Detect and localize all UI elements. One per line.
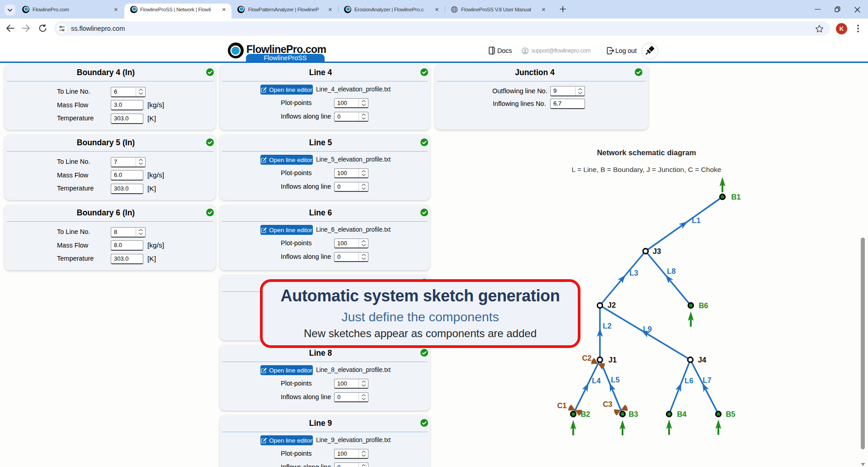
svg-text:L3: L3 bbox=[629, 269, 638, 277]
svg-text:C3: C3 bbox=[603, 400, 612, 408]
svg-text:J2: J2 bbox=[608, 301, 616, 309]
svg-text:B1: B1 bbox=[731, 193, 741, 201]
svg-text:L8: L8 bbox=[667, 267, 675, 275]
svg-text:C1: C1 bbox=[557, 401, 566, 410]
svg-text:B2: B2 bbox=[580, 410, 590, 418]
svg-text:B6: B6 bbox=[698, 301, 708, 310]
svg-text:L9: L9 bbox=[643, 325, 651, 333]
svg-text:B5: B5 bbox=[726, 410, 735, 418]
svg-text:C2: C2 bbox=[582, 354, 591, 362]
svg-text:B3: B3 bbox=[628, 410, 638, 418]
svg-text:J4: J4 bbox=[698, 356, 707, 364]
svg-text:B4: B4 bbox=[677, 410, 687, 418]
svg-text:L4: L4 bbox=[592, 376, 601, 385]
svg-text:J1: J1 bbox=[609, 356, 617, 364]
svg-text:L1: L1 bbox=[692, 216, 700, 224]
svg-text:L2: L2 bbox=[603, 322, 611, 330]
svg-text:L5: L5 bbox=[611, 376, 619, 384]
svg-text:J3: J3 bbox=[653, 247, 661, 255]
svg-text:L7: L7 bbox=[703, 376, 711, 384]
svg-text:L6: L6 bbox=[684, 376, 693, 385]
